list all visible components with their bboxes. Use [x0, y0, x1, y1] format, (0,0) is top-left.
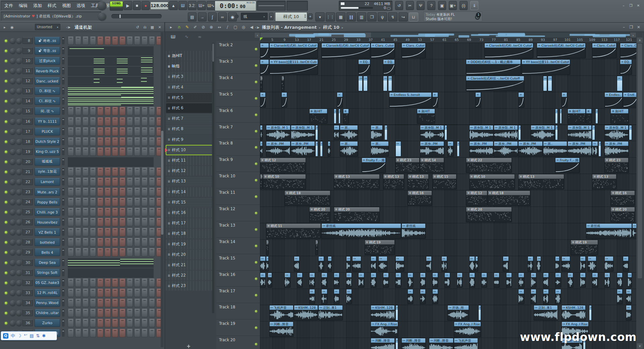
- cut-icon[interactable]: ✂: [406, 1, 414, 10]
- step-cell[interactable]: [112, 228, 118, 236]
- channel-volume-knob[interactable]: [16, 220, 22, 225]
- step-cell[interactable]: [105, 228, 111, 236]
- pattern-clip[interactable]: ≣样式 18: [488, 190, 530, 206]
- step-cell[interactable]: [68, 238, 74, 246]
- automation-clip[interactable]: ∞Clars..Cutoff: [371, 43, 395, 58]
- channel-volume-knob[interactable]: [16, 169, 22, 175]
- audio-clip[interactable]: ↦: [469, 273, 475, 288]
- track-led[interactable]: [255, 195, 257, 198]
- audio-clip[interactable]: ↦牵丝戏: [632, 223, 636, 239]
- save-as-icon[interactable]: ▣+: [449, 1, 457, 10]
- playlist-maximize-button[interactable]: ❐: [628, 24, 635, 30]
- track-header[interactable]: Track 4: [216, 74, 260, 90]
- audio-clip[interactable]: ↦: [626, 305, 632, 321]
- step-cell[interactable]: [119, 208, 125, 216]
- channel-led[interactable]: [5, 292, 7, 294]
- pattern-clip[interactable]: ≣样式 12: [466, 190, 487, 206]
- step-cell[interactable]: [127, 208, 133, 216]
- step-cell[interactable]: [97, 228, 103, 236]
- time-display[interactable]: 0:00: 00 M:S:CS: [215, 1, 256, 11]
- automation-clip[interactable]: ∞Fruity F..- 频率: [555, 158, 579, 173]
- step-cell[interactable]: [127, 218, 133, 226]
- channel-target-slider[interactable]: [62, 209, 64, 216]
- audio-clip[interactable]: ↦原乡..PM: [518, 141, 542, 157]
- audio-clip[interactable]: ↦间断..降音: [401, 338, 426, 349]
- step-cell[interactable]: [127, 279, 133, 287]
- step-cell[interactable]: [134, 319, 140, 327]
- step-cell[interactable]: [83, 127, 89, 136]
- audio-clip[interactable]: ↦: [623, 256, 629, 272]
- ime-mode-chinese[interactable]: 中: [11, 333, 15, 339]
- select-icon[interactable]: ▢: [232, 24, 239, 30]
- audio-clip[interactable]: ↦: [580, 273, 586, 288]
- channel-pan-knob[interactable]: [10, 68, 15, 74]
- timeline-ruler[interactable]: 5913172125293337414549535761656973778185…: [260, 38, 636, 43]
- pattern-item-22[interactable]: ≣样式 22: [166, 271, 212, 280]
- step-cell[interactable]: [90, 228, 96, 236]
- step-cell[interactable]: [68, 289, 74, 297]
- audio-block-clip[interactable]: ↦: [315, 141, 318, 157]
- audio-clip[interactable]: ↦: [494, 273, 499, 288]
- step-cell[interactable]: [127, 127, 133, 136]
- step-cell[interactable]: [127, 137, 133, 146]
- channel-target-slider[interactable]: [62, 138, 64, 145]
- audio-block-clip[interactable]: ↦: [478, 305, 481, 321]
- pattern-clip[interactable]: ≣样式 14: [420, 158, 444, 173]
- audio-clip[interactable]: ↦: [260, 125, 263, 140]
- channel-volume-knob[interactable]: [16, 149, 22, 155]
- channel-target-slider[interactable]: [62, 128, 64, 135]
- audio-clip[interactable]: ↦FX Ang..I Riser: [371, 322, 398, 337]
- channel-target-slider[interactable]: [62, 188, 64, 195]
- pattern-clip[interactable]: ≣样式 15: [432, 174, 457, 189]
- audio-clip[interactable]: ↦正刮..果1: [318, 305, 342, 321]
- automation-clip[interactable]: ∞: [432, 92, 438, 108]
- automation-clip[interactable]: ∞Clarseik柱式和..terCtl Cutoff: [484, 43, 533, 58]
- step-cell[interactable]: [83, 107, 89, 115]
- audio-clip[interactable]: ↦原乡鼓..M 1: [469, 125, 493, 140]
- audio-clip[interactable]: ↦: [555, 273, 561, 288]
- step-cell[interactable]: [90, 319, 96, 327]
- step-cell[interactable]: [112, 319, 118, 327]
- channel-volume-knob[interactable]: [16, 38, 22, 44]
- channel-led[interactable]: [5, 181, 7, 183]
- step-cell[interactable]: [90, 107, 96, 115]
- audio-block-clip[interactable]: ↦: [315, 125, 318, 140]
- track-header[interactable]: Track 10: [216, 172, 260, 188]
- audio-clip[interactable]: ↦原..: [371, 125, 383, 140]
- step-cell[interactable]: [97, 148, 103, 156]
- step-cell[interactable]: [119, 329, 125, 337]
- audio-clip[interactable]: ↦: [518, 273, 524, 288]
- step-cell[interactable]: [134, 168, 140, 176]
- step-cell[interactable]: [75, 148, 81, 156]
- channel-target-slider[interactable]: [62, 67, 64, 74]
- pattern-clip[interactable]: ≣: [281, 76, 284, 91]
- track-header[interactable]: Track 11: [216, 188, 260, 205]
- step-cell[interactable]: [75, 309, 81, 317]
- step-cell[interactable]: [105, 178, 111, 186]
- pattern-item-21[interactable]: ≣样式 21: [166, 260, 212, 270]
- channel-button[interactable]: 过度pluck: [35, 57, 60, 65]
- step-cell[interactable]: [112, 329, 118, 337]
- channel-volume-knob[interactable]: [16, 210, 22, 215]
- step-cell[interactable]: [149, 218, 155, 226]
- channel-button[interactable]: King O..uzz 5: [35, 148, 60, 156]
- step-cell[interactable]: [90, 148, 96, 156]
- pattern-clip[interactable]: ≣样式 10: [469, 174, 515, 189]
- channel-volume-knob[interactable]: [16, 139, 22, 144]
- step-cell[interactable]: [68, 228, 74, 236]
- track-header[interactable]: Track 2: [216, 41, 260, 57]
- minimize-button[interactable]: –: [621, 3, 627, 8]
- channel-button[interactable]: Poppy Bells: [35, 198, 60, 206]
- blend-notes-button[interactable]: ▲: [169, 1, 178, 10]
- pattern-clip[interactable]: ≣样式 16: [408, 190, 432, 206]
- step-cell[interactable]: [112, 178, 118, 186]
- track-led[interactable]: [255, 97, 257, 100]
- pattern-item-19[interactable]: ≣样式 19: [166, 239, 212, 249]
- pattern-item-3[interactable]: ≣样式 3: [166, 72, 212, 81]
- audio-clip[interactable]: ↦: [518, 289, 524, 304]
- step-cell[interactable]: [75, 107, 81, 115]
- step-cell[interactable]: [83, 279, 89, 287]
- step-cell[interactable]: [105, 117, 111, 126]
- undo-icon[interactable]: ↺: [395, 1, 403, 10]
- step-cell[interactable]: [83, 299, 89, 307]
